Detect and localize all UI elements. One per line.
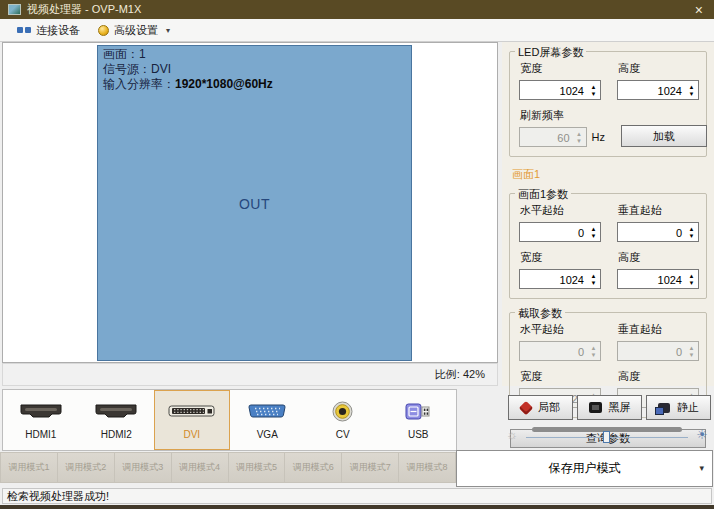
source-label: HDMI1 — [25, 429, 56, 440]
pic-height-value[interactable]: 1024 — [618, 270, 685, 288]
source-label: HDMI2 — [101, 429, 132, 440]
pic-width-label: 宽度 — [520, 250, 601, 265]
cap-h-start-label: 水平起始 — [520, 322, 601, 337]
status-bar: 检索视频处理器成功! — [0, 487, 714, 505]
led-params-group: LED屏幕参数 宽度 1024 ▲▼ 高度 1024 ▲▼ — [509, 51, 707, 157]
connect-device-button[interactable]: 连接设备 — [8, 21, 89, 40]
status-message: 检索视频处理器成功! — [2, 488, 712, 504]
parameter-panel: LED屏幕参数 宽度 1024 ▲▼ 高度 1024 ▲▼ — [502, 42, 714, 386]
mode-button-3: 调用模式3 — [115, 452, 172, 483]
dvi-icon — [168, 400, 216, 422]
pic-hstart-value[interactable]: 0 — [520, 223, 587, 241]
spin-down-icon: ▼ — [591, 352, 597, 358]
source-label: VGA — [257, 429, 278, 440]
mode-button-row: 调用模式1 调用模式2 调用模式3 调用模式4 调用模式5 调用模式6 调用模式… — [0, 452, 456, 483]
spinner-arrows: ▲▼ — [587, 342, 600, 360]
app-window: 视频处理器 - OVP-M1X × 连接设备 高级设置 ▾ 画面：1 信号源：D… — [0, 0, 714, 509]
capture-params-title: 截取参数 — [515, 306, 565, 321]
cv-icon — [332, 400, 353, 422]
source-label: CV — [336, 429, 350, 440]
cap-height-label: 高度 — [618, 369, 699, 384]
pic-height-label: 高度 — [618, 250, 699, 265]
spinner-arrows[interactable]: ▲▼ — [587, 270, 600, 288]
spin-down-icon[interactable]: ▼ — [591, 91, 597, 97]
picture-params-group: 画面1参数 水平起始 0 ▲▼ 垂直起始 0 ▲▼ — [509, 193, 707, 299]
pic-vstart-spinner[interactable]: 0 ▲▼ — [617, 222, 699, 242]
source-hdmi2[interactable]: HDMI2 — [79, 390, 155, 450]
cap-hstart-spinner: 0 ▲▼ — [519, 341, 601, 361]
led-width-label: 宽度 — [520, 61, 601, 76]
refresh-rate-label: 刷新频率 — [520, 108, 605, 123]
picture1-tab[interactable]: 画面1 — [512, 167, 707, 182]
spinner-arrows[interactable]: ▲▼ — [587, 81, 600, 99]
h-start-label: 水平起始 — [520, 203, 601, 218]
led-width-value[interactable]: 1024 — [520, 81, 587, 99]
freeze-button[interactable]: 静止 — [646, 395, 711, 420]
hdmi-icon — [94, 400, 138, 422]
cap-vstart-spinner: 0 ▲▼ — [617, 341, 699, 361]
led-height-label: 高度 — [618, 61, 699, 76]
spin-down-icon[interactable]: ▼ — [689, 233, 695, 239]
out-label: OUT — [98, 196, 411, 212]
close-icon[interactable]: × — [692, 3, 706, 17]
led-params-title: LED屏幕参数 — [515, 45, 586, 60]
spin-down-icon[interactable]: ▼ — [591, 280, 597, 286]
pic-width-spinner[interactable]: 1024 ▲▼ — [519, 269, 601, 289]
mode-button-4: 调用模式4 — [172, 452, 229, 483]
spin-down-icon[interactable]: ▼ — [689, 280, 695, 286]
led-width-spinner[interactable]: 1024 ▲▼ — [519, 80, 601, 100]
spin-up-icon: ▲ — [576, 131, 582, 137]
led-height-value[interactable]: 1024 — [618, 81, 685, 99]
brightness-low-icon: ☼ — [506, 428, 518, 441]
advanced-settings-label: 高级设置 — [114, 23, 158, 38]
picture-params-title: 画面1参数 — [515, 187, 571, 202]
spinner-arrows[interactable]: ▲▼ — [685, 81, 698, 99]
chevron-down-icon[interactable]: ▾ — [699, 463, 704, 473]
slider-track[interactable] — [526, 425, 688, 443]
picture-number-label: 画面：1 — [103, 47, 406, 62]
usb-icon — [405, 400, 432, 422]
mode-button-2: 调用模式2 — [58, 452, 115, 483]
source-hdmi1[interactable]: HDMI1 — [3, 390, 79, 450]
source-label: USB — [408, 429, 429, 440]
source-vga[interactable]: VGA — [230, 390, 306, 450]
spinner-arrows[interactable]: ▲▼ — [685, 223, 698, 241]
refresh-rate-spinner: 60 ▲▼ — [519, 127, 587, 147]
spinner-arrows[interactable]: ▲▼ — [587, 223, 600, 241]
partial-button[interactable]: 局部 — [508, 395, 573, 420]
slider-handle[interactable] — [603, 431, 610, 443]
spin-down-icon[interactable]: ▼ — [689, 91, 695, 97]
save-user-mode-label: 保存用户模式 — [549, 460, 621, 477]
spin-up-icon[interactable]: ▲ — [689, 273, 695, 279]
load-button[interactable]: 加载 — [621, 125, 707, 147]
cap-hstart-value: 0 — [520, 342, 587, 360]
source-cv[interactable]: CV — [305, 390, 381, 450]
pic-vstart-value[interactable]: 0 — [618, 223, 685, 241]
spin-down-icon[interactable]: ▼ — [591, 233, 597, 239]
spin-up-icon[interactable]: ▲ — [591, 84, 597, 90]
spin-up-icon: ▲ — [591, 345, 597, 351]
pic-hstart-spinner[interactable]: 0 ▲▼ — [519, 222, 601, 242]
led-height-spinner[interactable]: 1024 ▲▼ — [617, 80, 699, 100]
spin-down-icon: ▼ — [689, 352, 695, 358]
advanced-settings-button[interactable]: 高级设置 ▾ — [89, 21, 179, 40]
input-resolution-label: 输入分辨率： — [103, 77, 175, 91]
spin-up-icon[interactable]: ▲ — [689, 226, 695, 232]
pic-height-spinner[interactable]: 1024 ▲▼ — [617, 269, 699, 289]
scale-strip: 比例: 42% — [2, 363, 498, 386]
spinner-arrows[interactable]: ▲▼ — [685, 270, 698, 288]
mode-button-5: 调用模式5 — [229, 452, 286, 483]
source-usb[interactable]: USB — [381, 390, 457, 450]
window-title: 视频处理器 - OVP-M1X — [27, 2, 141, 17]
spin-up-icon[interactable]: ▲ — [689, 84, 695, 90]
spin-up-icon[interactable]: ▲ — [591, 273, 597, 279]
picture-window[interactable]: 画面：1 信号源：DVI 输入分辨率：1920*1080@60Hz OUT — [97, 45, 412, 361]
save-user-mode-button[interactable]: 保存用户模式 ▾ — [456, 450, 713, 487]
pic-width-value[interactable]: 1024 — [520, 270, 587, 288]
source-dvi[interactable]: DVI — [154, 390, 230, 450]
spin-up-icon[interactable]: ▲ — [591, 226, 597, 232]
spin-down-icon: ▼ — [576, 138, 582, 144]
blackout-button[interactable]: 黑屏 — [577, 395, 642, 420]
chevron-down-icon[interactable]: ▾ — [166, 26, 170, 35]
v-start-label: 垂直起始 — [618, 203, 699, 218]
